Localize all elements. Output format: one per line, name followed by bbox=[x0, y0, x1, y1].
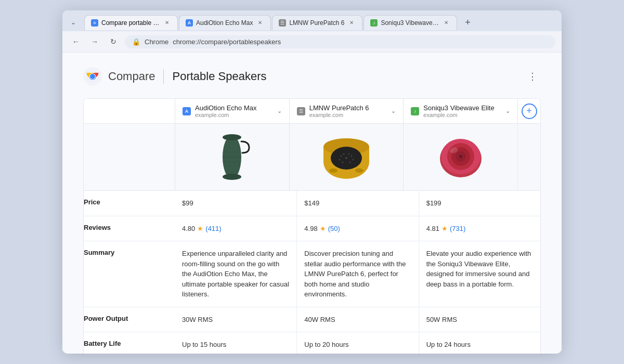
svg-point-20 bbox=[352, 159, 354, 161]
tab2-favicon: A bbox=[186, 19, 193, 27]
rating-row-2: 4.98 ★ (50) bbox=[304, 224, 411, 234]
tab4-close-icon[interactable]: ✕ bbox=[442, 19, 450, 27]
product-header-row: A AudiOtion Echo Max example.com ⌄ ☰ bbox=[84, 99, 540, 124]
reviews-link-2[interactable]: (50) bbox=[328, 224, 340, 234]
lock-icon: 🔒 bbox=[132, 38, 140, 46]
tab-chevron-icon[interactable]: ⌄ bbox=[67, 16, 80, 29]
address-url: chrome://compare/portablespeakers bbox=[173, 38, 281, 46]
more-options-button[interactable]: ⋮ bbox=[524, 68, 541, 85]
svg-point-22 bbox=[348, 153, 349, 155]
image-label-spacer bbox=[84, 124, 175, 190]
summary-label: Summary bbox=[84, 241, 175, 307]
product3-image bbox=[432, 134, 489, 180]
product1-chevron-icon[interactable]: ⌄ bbox=[277, 108, 282, 114]
svg-point-17 bbox=[340, 155, 342, 157]
rating-row-1: 4.80 ★ (411) bbox=[182, 224, 289, 234]
battery-label: Battery Life bbox=[84, 332, 175, 354]
tab-audiotion[interactable]: A AudiOtion Echo Max ✕ bbox=[179, 15, 271, 30]
rating-value-2: 4.98 bbox=[304, 224, 317, 234]
power-1: 30W RMS bbox=[175, 307, 296, 332]
power-row: Power Output 30W RMS 40W RMS 50W RMS bbox=[84, 307, 540, 333]
product2-image-cell bbox=[289, 124, 404, 190]
tab-lmnw[interactable]: ☰ LMNW PurePatch 6 ✕ bbox=[272, 15, 362, 30]
svg-point-32 bbox=[459, 155, 462, 158]
battery-row: Battery Life Up to 15 hours Up to 20 hou… bbox=[84, 332, 540, 354]
tab-bar: ⌄ ≡ Compare portable speaker… ✕ A AudiOt… bbox=[62, 10, 562, 31]
tab1-label: Compare portable speaker… bbox=[101, 19, 160, 27]
reviews-link-3[interactable]: (731) bbox=[450, 224, 465, 234]
address-chrome-label: Chrome bbox=[145, 38, 168, 46]
svg-point-25 bbox=[329, 168, 337, 173]
tab1-close-icon[interactable]: ✕ bbox=[163, 19, 171, 27]
product3-domain: example.com bbox=[423, 112, 494, 118]
battery-cells: Up to 15 hours Up to 20 hours Up to 24 h… bbox=[175, 332, 540, 354]
tab3-label: LMNW PurePatch 6 bbox=[289, 19, 344, 27]
product-header-1: A AudiOtion Echo Max example.com ⌄ bbox=[175, 99, 289, 123]
page-title-divider bbox=[163, 69, 164, 84]
reviews-cells: 4.80 ★ (411) 4.98 ★ (50) bbox=[175, 216, 540, 241]
product1-image bbox=[214, 131, 250, 183]
product3-name: Soniqu3 Vibewave Elite bbox=[423, 104, 494, 112]
page-title-compare: Compare bbox=[108, 70, 155, 83]
summary-row: Summary Experience unparalleled clarity … bbox=[84, 241, 540, 307]
toolbar: ← → ↻ 🔒 Chrome chrome://compare/portable… bbox=[62, 31, 562, 53]
reviews-3: 4.81 ★ (731) bbox=[419, 216, 540, 241]
price-label: Price bbox=[84, 191, 175, 216]
back-button[interactable]: ← bbox=[69, 34, 83, 49]
product2-name-group: LMNW PurePatch 6 example.com bbox=[309, 104, 369, 118]
tab2-close-icon[interactable]: ✕ bbox=[256, 19, 264, 27]
svg-point-5 bbox=[90, 74, 95, 79]
power-label: Power Output bbox=[84, 307, 175, 332]
power-2: 40W RMS bbox=[296, 307, 418, 332]
battery-3: Up to 24 hours bbox=[419, 332, 540, 354]
forward-button[interactable]: → bbox=[87, 34, 102, 49]
power-cells: 30W RMS 40W RMS 50W RMS bbox=[175, 307, 540, 332]
reviews-1: 4.80 ★ (411) bbox=[175, 216, 296, 241]
product1-favicon: A bbox=[183, 107, 191, 115]
tab1-favicon: ≡ bbox=[91, 19, 98, 27]
svg-point-7 bbox=[223, 134, 241, 140]
tab-soniqu3[interactable]: ♪ Soniqu3 Vibewave Elite ✕ bbox=[363, 15, 457, 30]
add-image-spacer bbox=[517, 124, 540, 190]
add-product-button[interactable]: + bbox=[517, 99, 540, 123]
product3-info: ♪ Soniqu3 Vibewave Elite example.com bbox=[411, 104, 494, 118]
product1-info: A AudiOtion Echo Max example.com bbox=[183, 104, 257, 118]
page-header: Compare Portable Speakers ⋮ bbox=[83, 67, 541, 86]
price-1: $99 bbox=[175, 191, 296, 216]
product3-name-group: Soniqu3 Vibewave Elite example.com bbox=[423, 104, 494, 118]
image-cells bbox=[175, 124, 517, 190]
summary-3: Elevate your audio experience with the S… bbox=[419, 241, 540, 307]
star-icon-3: ★ bbox=[441, 224, 448, 234]
address-bar[interactable]: 🔒 Chrome chrome://compare/portablespeake… bbox=[125, 35, 555, 48]
product2-domain: example.com bbox=[309, 112, 369, 118]
tab3-close-icon[interactable]: ✕ bbox=[347, 19, 356, 27]
star-icon-1: ★ bbox=[197, 224, 203, 234]
product2-name: LMNW PurePatch 6 bbox=[309, 104, 369, 112]
rating-row-3: 4.81 ★ (731) bbox=[426, 224, 533, 234]
tab2-label: AudiOtion Echo Max bbox=[196, 19, 253, 27]
page-header-left: Compare Portable Speakers bbox=[83, 67, 266, 86]
reviews-link-1[interactable]: (411) bbox=[205, 224, 221, 234]
svg-point-24 bbox=[349, 162, 350, 163]
tab4-label: Soniqu3 Vibewave Elite bbox=[381, 19, 439, 27]
tab4-favicon: ♪ bbox=[370, 19, 378, 27]
tab3-favicon: ☰ bbox=[279, 19, 286, 27]
summary-2: Discover precision tuning and stellar au… bbox=[296, 241, 418, 307]
product-header-2: ☰ LMNW PurePatch 6 example.com ⌄ bbox=[289, 99, 404, 123]
product1-domain: example.com bbox=[195, 112, 257, 118]
price-cells: $99 $149 $199 bbox=[175, 191, 540, 216]
reload-button[interactable]: ↻ bbox=[106, 34, 121, 49]
product3-image-cell bbox=[403, 124, 517, 190]
new-tab-button[interactable]: + bbox=[460, 15, 475, 30]
reviews-label: Reviews bbox=[84, 216, 175, 241]
product1-image-cell bbox=[175, 124, 289, 190]
product-headers: A AudiOtion Echo Max example.com ⌄ ☰ bbox=[175, 99, 517, 123]
product1-name-group: AudiOtion Echo Max example.com bbox=[195, 104, 257, 118]
compare-container: A AudiOtion Echo Max example.com ⌄ ☰ bbox=[83, 98, 541, 354]
svg-point-18 bbox=[350, 155, 352, 157]
product3-chevron-icon[interactable]: ⌄ bbox=[505, 108, 510, 114]
product2-chevron-icon[interactable]: ⌄ bbox=[391, 108, 396, 114]
summary-1: Experience unparalleled clarity and room… bbox=[175, 241, 296, 307]
tab-compare-speakers[interactable]: ≡ Compare portable speaker… ✕ bbox=[84, 15, 178, 30]
svg-point-19 bbox=[339, 159, 340, 161]
